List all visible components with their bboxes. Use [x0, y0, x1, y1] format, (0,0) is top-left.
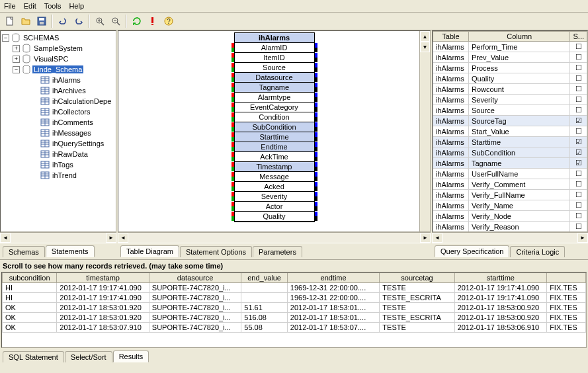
cell-checkbox[interactable]: ☐: [570, 63, 587, 73]
help-icon[interactable]: ?: [161, 14, 176, 28]
hscroll-mid[interactable]: ◄►: [118, 232, 431, 243]
diagram-field[interactable]: AlarmID: [235, 43, 314, 53]
grid-row[interactable]: ihAlarmsVerify_Comment☐: [433, 179, 587, 190]
cell-checkbox[interactable]: ☐: [570, 190, 587, 200]
results-row[interactable]: HI2012-01-17 19:17:41.090SUPORTE-74C7820…: [3, 293, 586, 303]
cell-checkbox[interactable]: ☐: [570, 126, 587, 137]
diagram-field[interactable]: Endtime: [235, 142, 314, 152]
grid-row[interactable]: ihAlarmsQuality☐: [433, 73, 587, 84]
new-file-icon[interactable]: [3, 14, 17, 28]
diagram-field[interactable]: Datasource: [235, 73, 314, 83]
diagram-field[interactable]: AckTime: [235, 152, 314, 162]
grid-row[interactable]: ihAlarmsSubCondition☑: [433, 147, 587, 158]
tree-node[interactable]: SampleSystem: [32, 44, 84, 52]
results-row[interactable]: HI2012-01-17 19:17:41.090SUPORTE-74C7820…: [3, 283, 586, 293]
undo-icon[interactable]: [56, 14, 70, 28]
results-header[interactable]: starttime: [454, 273, 547, 283]
results-row[interactable]: OK2012-01-17 18:53:01.920SUPORTE-74C7820…: [3, 313, 586, 323]
cell-checkbox[interactable]: ☐: [570, 84, 587, 95]
tree-leaf[interactable]: ihTrend: [51, 171, 78, 179]
tree-node[interactable]: VisualSPC: [32, 55, 69, 63]
grid-row[interactable]: ihAlarmsRowcount☐: [433, 84, 587, 95]
refresh-icon[interactable]: [130, 14, 144, 28]
grid-row[interactable]: ihAlarmsVerify_Reason☐: [433, 222, 587, 232]
cell-checkbox[interactable]: ☑: [570, 116, 587, 126]
tree-leaf[interactable]: ihCollectors: [51, 108, 91, 116]
diagram-field[interactable]: EventCategory: [235, 103, 314, 112]
table-diagram[interactable]: ihAlarms AlarmIDItemIDSourceDatasourceTa…: [234, 32, 315, 222]
tab-query-spec[interactable]: Query Specification: [435, 245, 509, 257]
diagram-field[interactable]: Message: [235, 172, 314, 182]
cell-checkbox[interactable]: ☐: [570, 200, 587, 211]
tree-leaf[interactable]: ihComments: [51, 118, 95, 126]
results-row[interactable]: OK2012-01-17 18:53:01.920SUPORTE-74C7820…: [3, 303, 586, 313]
cell-checkbox[interactable]: ☐: [570, 95, 587, 105]
tab-criteria-logic[interactable]: Criteria Logic: [510, 246, 565, 257]
grid-row[interactable]: ihAlarmsPrev_Value☐: [433, 52, 587, 63]
zoom-in-icon[interactable]: [93, 14, 107, 28]
diagram-field[interactable]: Timestamp: [235, 162, 314, 172]
hscroll-right[interactable]: ◄►: [432, 232, 588, 243]
tab-statements[interactable]: Statements: [46, 245, 95, 257]
cell-checkbox[interactable]: ☑: [570, 147, 587, 158]
open-folder-icon[interactable]: [19, 14, 33, 28]
results-header[interactable]: datasource: [149, 273, 241, 283]
grid-row[interactable]: ihAlarmsProcess☐: [433, 63, 587, 73]
tree-leaf[interactable]: ihCalculationDepe: [51, 97, 112, 105]
tab-statement-options[interactable]: Statement Options: [180, 246, 252, 257]
diagram-field[interactable]: Starttime: [235, 132, 314, 142]
hscroll[interactable]: ◄►: [0, 232, 116, 243]
col-header-column[interactable]: Column: [469, 32, 570, 42]
grid-row[interactable]: ihAlarmsTagname☑: [433, 158, 587, 169]
redo-icon[interactable]: [71, 14, 86, 28]
diagram-field[interactable]: SubCondition: [235, 122, 314, 132]
grid-row[interactable]: ihAlarmsVerify_Name☐: [433, 200, 587, 211]
col-header-s[interactable]: S...: [570, 32, 587, 42]
grid-row[interactable]: ihAlarmsSourceTag☑: [433, 116, 587, 126]
results-header[interactable]: end_value: [241, 273, 288, 283]
results-header[interactable]: subcondition: [3, 273, 57, 283]
results-header[interactable]: endtime: [287, 273, 380, 283]
tree-leaf[interactable]: ihQuerySettings: [51, 140, 105, 147]
menu-help[interactable]: Help: [69, 2, 84, 10]
menu-file[interactable]: File: [4, 2, 16, 10]
tab-select-sort[interactable]: Select/Sort: [65, 351, 112, 362]
grid-row[interactable]: ihAlarmsVerify_Node☐: [433, 211, 587, 222]
tab-sql-statement[interactable]: SQL Statement: [3, 351, 64, 362]
grid-row[interactable]: ihAlarmsVerify_FullName☐: [433, 190, 587, 200]
grid-row[interactable]: ihAlarmsSeverity☐: [433, 95, 587, 105]
schema-tree[interactable]: −SCHEMAS+SampleSystem+VisualSPC−Linde_Sc…: [1, 31, 116, 182]
tree-leaf[interactable]: ihTags: [51, 161, 75, 169]
tab-table-diagram[interactable]: Table Diagram: [120, 245, 179, 257]
results-header[interactable]: timestamp: [57, 273, 149, 283]
col-header-table[interactable]: Table: [433, 32, 469, 42]
expand-icon[interactable]: −: [2, 34, 9, 42]
expand-icon[interactable]: −: [13, 66, 20, 73]
error-icon[interactable]: [146, 14, 160, 28]
tab-parameters[interactable]: Parameters: [253, 246, 302, 257]
diagram-field[interactable]: Tagname: [235, 83, 314, 93]
tree-node[interactable]: Linde_Schema: [32, 65, 83, 73]
tree-root[interactable]: SCHEMAS: [22, 34, 60, 42]
grid-row[interactable]: ihAlarmsSource☐: [433, 105, 587, 116]
tree-leaf[interactable]: ihRawData: [51, 150, 89, 158]
tab-schemas[interactable]: Schemas: [3, 246, 45, 257]
cell-checkbox[interactable]: ☐: [570, 73, 587, 84]
grid-row[interactable]: ihAlarmsStarttime☑: [433, 137, 587, 147]
menu-edit[interactable]: Edit: [24, 2, 36, 10]
diagram-field[interactable]: Actor: [235, 202, 314, 212]
tree-leaf[interactable]: ihAlarms: [51, 76, 82, 84]
cell-checkbox[interactable]: ☐: [570, 211, 587, 222]
grid-row[interactable]: ihAlarmsUserFullName☐: [433, 169, 587, 179]
save-icon[interactable]: [34, 14, 49, 28]
cell-checkbox[interactable]: ☐: [570, 222, 587, 232]
results-header[interactable]: [547, 273, 586, 283]
tree-leaf[interactable]: ihArchives: [51, 87, 87, 95]
tab-results[interactable]: Results: [113, 351, 149, 362]
diagram-field[interactable]: Condition: [235, 112, 314, 122]
diagram-field[interactable]: Acked: [235, 182, 314, 192]
cell-checkbox[interactable]: ☐: [570, 179, 587, 190]
cell-checkbox[interactable]: ☐: [570, 169, 587, 179]
diagram-field[interactable]: Alarmtype: [235, 93, 314, 103]
tree-leaf[interactable]: ihMessages: [51, 129, 93, 137]
